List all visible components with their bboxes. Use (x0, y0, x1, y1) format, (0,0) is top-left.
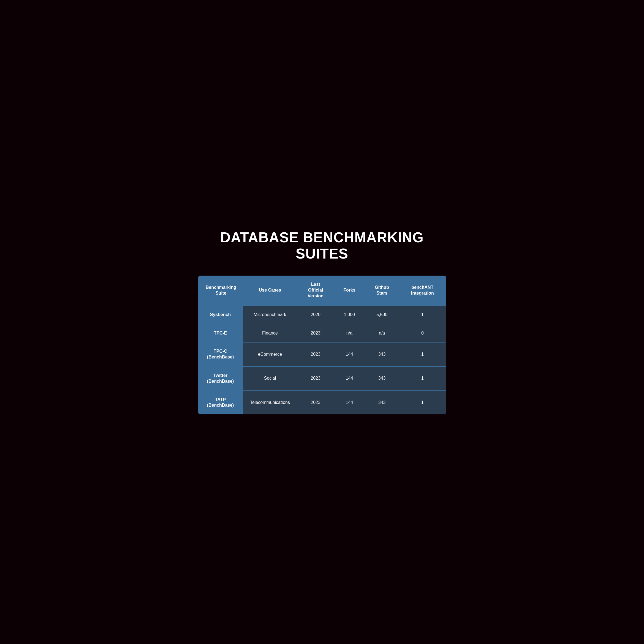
cell-integration-1: 0 (399, 324, 446, 343)
table-row: TATP(BenchBase)Telecommunications2023144… (198, 391, 446, 415)
cell-use_cases-4: Telecommunications (243, 391, 297, 415)
page-container: DATABASE BENCHMARKING SUITES Benchmarkin… (198, 230, 446, 415)
cell-version-4: 2023 (297, 391, 334, 415)
cell-use_cases-1: Finance (243, 324, 297, 343)
table-row: TPC-C(BenchBase)eCommerce20231443431 (198, 342, 446, 366)
col-header-integration: benchANTIntegration (399, 276, 446, 305)
col-header-forks: Forks (334, 276, 365, 305)
cell-stars-1: n/a (365, 324, 399, 343)
cell-integration-2: 1 (399, 342, 446, 366)
col-header-stars: GithubStars (365, 276, 399, 305)
cell-version-1: 2023 (297, 324, 334, 343)
cell-forks-2: 144 (334, 342, 365, 366)
cell-forks-0: 1,000 (334, 305, 365, 324)
cell-suite-3: Twitter(BenchBase) (198, 366, 243, 391)
cell-suite-4: TATP(BenchBase) (198, 391, 243, 415)
page-title: DATABASE BENCHMARKING SUITES (198, 230, 446, 262)
cell-integration-0: 1 (399, 305, 446, 324)
cell-forks-1: n/a (334, 324, 365, 343)
table-row: SysbenchMicrobenchmark20201,0005,5001 (198, 305, 446, 324)
cell-stars-4: 343 (365, 391, 399, 415)
benchmarking-table: BenchmarkingSuite Use Cases LastOfficial… (198, 276, 446, 414)
cell-integration-3: 1 (399, 366, 446, 391)
cell-suite-2: TPC-C(BenchBase) (198, 342, 243, 366)
cell-use_cases-2: eCommerce (243, 342, 297, 366)
col-header-use-cases: Use Cases (243, 276, 297, 305)
cell-stars-2: 343 (365, 342, 399, 366)
col-header-suite: BenchmarkingSuite (198, 276, 243, 305)
cell-integration-4: 1 (399, 391, 446, 415)
cell-stars-0: 5,500 (365, 305, 399, 324)
cell-version-3: 2023 (297, 366, 334, 391)
table-row: Twitter(BenchBase)Social20231443431 (198, 366, 446, 391)
cell-version-2: 2023 (297, 342, 334, 366)
cell-forks-3: 144 (334, 366, 365, 391)
cell-use_cases-0: Microbenchmark (243, 305, 297, 324)
cell-suite-1: TPC-E (198, 324, 243, 343)
cell-use_cases-3: Social (243, 366, 297, 391)
col-header-version: LastOfficialVersion (297, 276, 334, 305)
cell-stars-3: 343 (365, 366, 399, 391)
table-header-row: BenchmarkingSuite Use Cases LastOfficial… (198, 276, 446, 305)
table-wrapper: BenchmarkingSuite Use Cases LastOfficial… (198, 276, 446, 414)
cell-suite-0: Sysbench (198, 305, 243, 324)
cell-forks-4: 144 (334, 391, 365, 415)
table-row: TPC-EFinance2023n/an/a0 (198, 324, 446, 343)
cell-version-0: 2020 (297, 305, 334, 324)
